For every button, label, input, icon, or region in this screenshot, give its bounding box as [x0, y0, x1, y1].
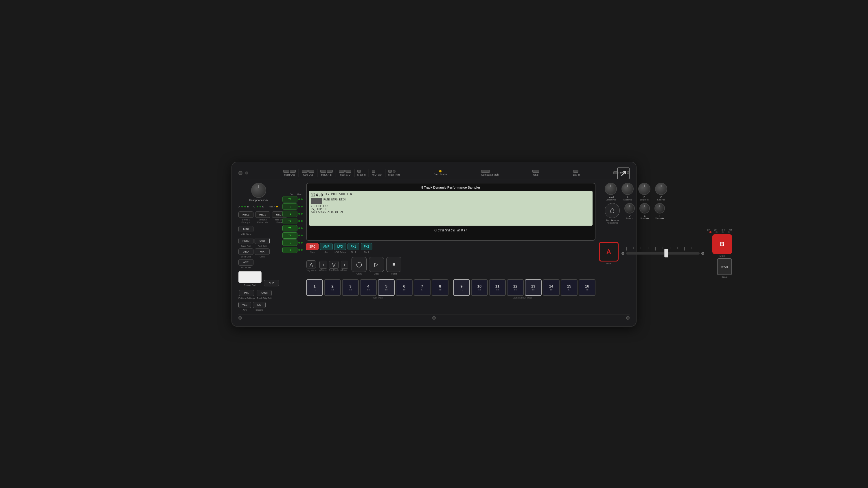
step-7-button[interactable]: 7 T7: [414, 279, 431, 296]
card-status-led: [439, 170, 441, 172]
arr-button[interactable]: ARR: [239, 259, 253, 265]
sample-trigs-group: 9 T1 10 T2 11: [453, 279, 595, 296]
reload-label: Reload Part: [244, 284, 256, 286]
track-t1-button[interactable]: T1: [282, 196, 298, 202]
step-10-button[interactable]: 10 T2: [471, 279, 488, 296]
paste-button[interactable]: ■: [386, 257, 401, 272]
fader-track[interactable]: [626, 252, 700, 255]
part-button[interactable]: PART: [255, 238, 270, 244]
rec2-button[interactable]: REC2: [255, 212, 270, 218]
step-6-button[interactable]: 6 T6: [396, 279, 412, 296]
input-ab-label: Input A B: [320, 173, 333, 176]
a-knob[interactable]: [621, 183, 633, 195]
a-led-label: A: [239, 205, 240, 208]
card-status-label: Card Status: [433, 173, 447, 176]
f-knob[interactable]: [654, 203, 665, 214]
step-15-button[interactable]: 15 T7: [561, 279, 578, 296]
bank-button[interactable]: BANK: [257, 290, 272, 296]
b-mute-button[interactable]: B: [712, 234, 732, 254]
proj-button[interactable]: PROJ: [239, 238, 253, 244]
a-mute-button[interactable]: A: [599, 242, 619, 261]
track-t6-button[interactable]: T6: [282, 232, 298, 239]
arrow-right-button[interactable]: ›: [341, 261, 349, 269]
trig-mode-down-button[interactable]: ⋁: [329, 261, 339, 269]
ptn-button[interactable]: PTN: [239, 290, 254, 296]
e-knob-label: E: [644, 214, 646, 217]
dc-in-label: DC In: [573, 173, 580, 176]
step-9-button[interactable]: 9 T1: [453, 279, 470, 296]
step-12-button[interactable]: 12 T4: [507, 279, 524, 296]
f-sublabel: Zoom ◀▶: [655, 217, 664, 220]
lfo-button[interactable]: LFO: [334, 243, 346, 250]
midi-in-port: [357, 170, 361, 173]
pitch-col: PTCH: [331, 193, 337, 197]
t8-mute-led: [301, 249, 303, 251]
track-t3-button[interactable]: T3: [282, 210, 298, 217]
step-11-button[interactable]: 11 T3: [489, 279, 506, 296]
src-range: 01+09: [335, 210, 343, 214]
aed-button[interactable]: AED: [239, 249, 253, 255]
headphones-knob-area: Headphones Vol: [239, 183, 279, 202]
track-buttons-column: Cue Mute T1 T2 T3: [282, 183, 303, 311]
track-t4-button[interactable]: T4: [282, 218, 298, 224]
cue-button[interactable]: CUE: [264, 280, 279, 286]
track-t4-row: T4: [282, 218, 303, 224]
arrow-left-button[interactable]: ‹: [319, 261, 327, 269]
amp-button[interactable]: AMP: [320, 243, 333, 250]
ptn-label: Pattern Settings: [239, 297, 255, 299]
input-ab-port-l: [320, 170, 326, 173]
b-led: [244, 206, 246, 207]
level-knob[interactable]: [605, 183, 617, 195]
step-14-button[interactable]: 14 T6: [543, 279, 560, 296]
d-knob[interactable]: [624, 203, 635, 214]
cue-mute-header: Cue Mute: [282, 193, 303, 195]
e-knob[interactable]: [640, 203, 650, 214]
midi-button[interactable]: MIDI: [239, 226, 253, 232]
t3-cue-led: [298, 213, 300, 215]
waveform-area: [311, 198, 322, 204]
track-t5-row: T5: [282, 225, 303, 231]
cue-out-label: Cue Out: [302, 173, 314, 176]
mix-button[interactable]: MIX: [255, 249, 270, 255]
step-13-button[interactable]: 13 T5: [525, 279, 541, 296]
rec1-button[interactable]: REC1: [239, 212, 253, 218]
step-16-button[interactable]: 16 T8: [579, 279, 595, 296]
step-2-button[interactable]: 2 T2: [324, 279, 341, 296]
c-led: [257, 206, 258, 207]
page-button[interactable]: PAGE: [717, 258, 732, 275]
timesig-1-4-led: [709, 231, 711, 233]
paste-label: Paste: [391, 272, 397, 275]
src-button[interactable]: SRC: [306, 243, 318, 250]
clear-button[interactable]: ▷: [369, 257, 384, 272]
step-4-button[interactable]: 4 T4: [360, 279, 377, 296]
step-1-button[interactable]: 1 T1: [306, 279, 323, 296]
copy-button[interactable]: ◯: [351, 257, 367, 272]
trig-mode-up-button[interactable]: ⋀: [306, 260, 316, 268]
c-knob-label: C: [660, 196, 662, 199]
track-t7-button[interactable]: T7: [282, 239, 298, 246]
reload-button[interactable]: [239, 271, 261, 283]
b-knob[interactable]: [638, 183, 650, 195]
yes-button[interactable]: YES: [239, 302, 251, 308]
track-buttons-list: Cue Mute T1 T2 T3: [282, 193, 303, 253]
track-t2-button[interactable]: T2: [282, 203, 298, 210]
step-8-button[interactable]: 8 T8: [432, 279, 448, 296]
headphones-knob[interactable]: [251, 183, 266, 198]
fx2-button[interactable]: FX2: [361, 243, 372, 250]
step-5-button[interactable]: 5 T5: [378, 279, 395, 296]
c-led-label: C: [253, 205, 255, 208]
track-t5-button[interactable]: T5: [282, 225, 298, 231]
c-knob[interactable]: [655, 183, 667, 195]
track-t8-button[interactable]: T8: [282, 247, 298, 253]
src-buttons-row: SRC Note AMP Arp LFO LFO Setup: [306, 243, 595, 253]
page-scale-label: Scale: [722, 276, 727, 278]
main-out-label: Main Out: [283, 173, 296, 176]
track-t2-row: T2: [282, 203, 303, 210]
b-knob-label: B: [644, 196, 645, 199]
fx1-button[interactable]: FX1: [347, 243, 359, 250]
fader-thumb[interactable]: [664, 249, 669, 257]
top-connectors: Main Out Cue Out Input A B: [239, 167, 629, 180]
step-3-button[interactable]: 3 T3: [342, 279, 359, 296]
tap-tempo-button[interactable]: [605, 203, 620, 218]
no-button[interactable]: NO: [253, 302, 266, 308]
